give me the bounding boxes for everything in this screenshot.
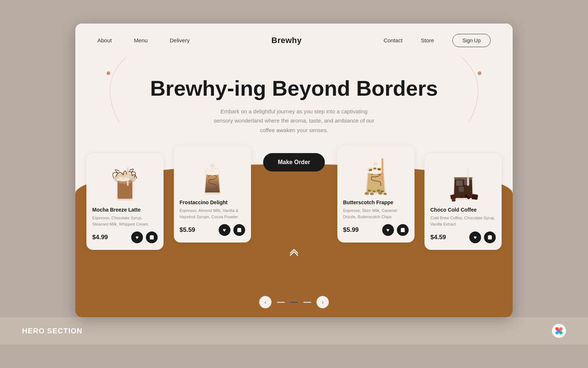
navbar: About Menu Delivery Brewhy Contact Store…	[75, 24, 513, 51]
mocha-latte-illustration	[107, 160, 143, 202]
bottom-banner: HERO SECTION	[0, 317, 588, 344]
svg-point-29	[465, 195, 467, 197]
card-1-cart-button[interactable]	[146, 231, 158, 243]
hero-title: Brewhy-ing Beyond Borders	[97, 77, 491, 100]
butterscotch-frappe-illustration	[356, 147, 395, 195]
nav-wave	[75, 51, 513, 69]
svg-point-10	[377, 190, 380, 192]
page-wrapper: About Menu Delivery Brewhy Contact Store…	[0, 0, 588, 368]
svg-point-19	[378, 192, 383, 195]
figma-icon	[552, 324, 566, 338]
svg-point-31	[467, 196, 470, 199]
nav-delivery[interactable]: Delivery	[170, 37, 190, 43]
slide-dot-1	[277, 302, 285, 303]
nav-about[interactable]: About	[97, 37, 112, 43]
card-1-heart-button[interactable]: ♥	[131, 231, 143, 243]
card-3-title: Butterscotch Frappe	[343, 199, 409, 205]
svg-rect-28	[452, 198, 456, 202]
nav-contact[interactable]: Contact	[384, 37, 403, 43]
scroll-up[interactable]	[289, 248, 299, 256]
card-4-cart-button[interactable]	[484, 231, 496, 243]
card-2-actions: ♥	[219, 224, 245, 236]
card-1-price: $4.99	[92, 234, 108, 241]
card-4-price: $4.59	[430, 234, 446, 241]
card-4-footer: $4.59 ♥	[430, 231, 496, 243]
card-image-4	[430, 158, 496, 202]
choco-cold-coffee-illustration	[446, 160, 481, 202]
hero-subtitle: Embark on a delightful journey as you st…	[213, 107, 375, 135]
card-1-desc: Espresso, Chocolate Syrup, Steamed Milk,…	[92, 215, 158, 227]
product-card-2: Frostaccino Delight Espresso, Almond Mil…	[174, 146, 251, 243]
browser-frame: About Menu Delivery Brewhy Contact Store…	[75, 24, 513, 317]
card-1-title: Mocha Breeze Latte	[92, 207, 158, 213]
card-3-desc: Espresso, Skim Milk, Caramel Drizzle, Bu…	[343, 208, 409, 220]
card-4-title: Choco Cold Coffee	[430, 207, 496, 213]
product-card-3: Butterscotch Frappe Espresso, Skim Milk,…	[337, 146, 415, 243]
signup-button[interactable]: Sign Up	[452, 34, 491, 47]
card-4-actions: ♥	[469, 231, 496, 243]
make-order-button[interactable]: Make Order	[263, 153, 325, 171]
svg-point-17	[365, 192, 369, 195]
card-3-cart-button[interactable]	[397, 224, 409, 236]
bottom-banner-title: HERO SECTION	[22, 327, 82, 335]
main-content: Make Order	[75, 135, 513, 289]
card-3-actions: ♥	[382, 224, 409, 236]
slide-nav: ‹ ›	[75, 289, 513, 317]
hero-section: Brewhy-ing Beyond Borders Embark on a de…	[75, 69, 513, 135]
deco-dot-left	[107, 71, 110, 75]
card-2-price: $5.59	[180, 226, 196, 234]
svg-point-9	[373, 191, 376, 192]
svg-point-20	[383, 193, 387, 195]
nav-store[interactable]: Store	[421, 37, 434, 43]
product-card-4: Choco Cold Coffee Cold Brew Coffee, Choc…	[424, 153, 502, 250]
card-3-price: $5.99	[343, 226, 359, 234]
product-card-1: Mocha Breeze Latte Espresso, Chocolate S…	[86, 153, 164, 250]
card-3-footer: $5.99 ♥	[343, 224, 409, 236]
nav-menu[interactable]: Menu	[134, 37, 148, 43]
cards-container: Mocha Breeze Latte Espresso, Chocolate S…	[75, 135, 513, 250]
slide-dot-2	[290, 302, 298, 303]
card-4-heart-button[interactable]: ♥	[469, 231, 481, 243]
svg-rect-32	[467, 167, 469, 186]
card-2-title: Frostaccino Delight	[180, 199, 245, 205]
card-2-cart-button[interactable]	[233, 224, 245, 236]
card-2-heart-button[interactable]: ♥	[219, 224, 230, 236]
svg-rect-25	[455, 177, 472, 198]
card-1-footer: $4.99 ♥	[92, 231, 158, 243]
deco-dot-right	[478, 71, 481, 75]
slide-next-button[interactable]: ›	[316, 296, 329, 308]
svg-point-8	[368, 190, 371, 192]
brand-logo: Brewhy	[272, 36, 302, 45]
slide-prev-button[interactable]: ‹	[259, 296, 272, 308]
frostaccino-illustration	[194, 147, 231, 195]
card-2-desc: Espresso, Almond Milk, Vanilla & Hazelnu…	[180, 208, 245, 220]
slide-dot-3	[303, 302, 311, 303]
card-image-1	[92, 158, 158, 202]
svg-point-16	[373, 168, 376, 170]
card-3-heart-button[interactable]: ♥	[382, 224, 394, 236]
svg-rect-27	[472, 194, 478, 200]
svg-rect-33	[455, 177, 472, 180]
svg-point-39	[557, 329, 560, 333]
nav-left: About Menu Delivery	[97, 37, 190, 43]
svg-rect-13	[381, 158, 383, 180]
card-2-footer: $5.59 ♥	[180, 224, 245, 236]
svg-point-30	[460, 196, 462, 198]
card-4-desc: Cold Brew Coffee, Chocolate Syrup, Vanil…	[430, 215, 496, 227]
card-image-2	[180, 151, 245, 195]
nav-right: Contact Store Sign Up	[384, 34, 491, 47]
card-1-actions: ♥	[131, 231, 158, 243]
card-image-3	[343, 151, 409, 195]
